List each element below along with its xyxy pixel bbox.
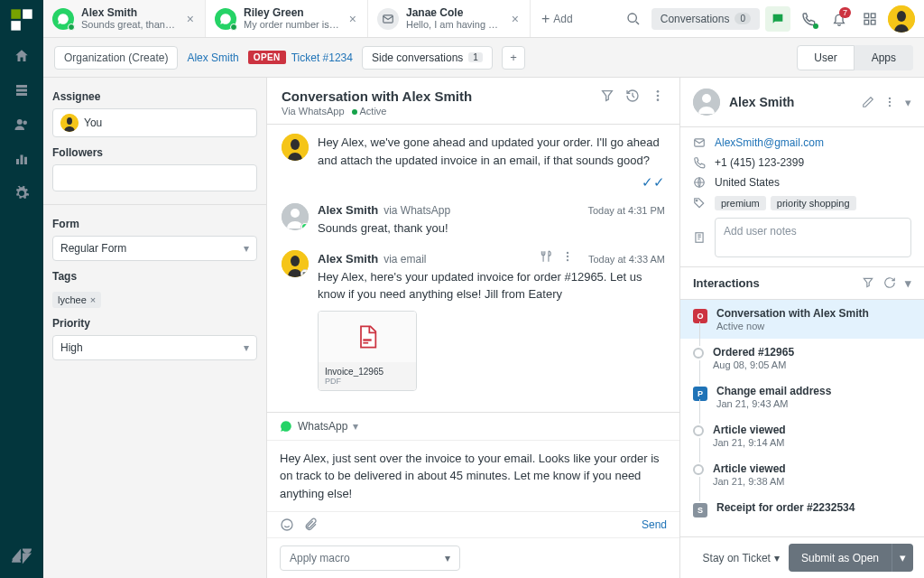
chevron-down-icon: ▾ — [353, 420, 358, 433]
edit-icon[interactable] — [862, 96, 874, 108]
interaction-title: Conversation with Alex Smith — [716, 307, 911, 320]
history-icon[interactable] — [625, 89, 640, 103]
attachment-icon[interactable] — [303, 517, 318, 532]
submit-button-group: Submit as Open ▾ — [789, 544, 913, 572]
svg-point-45 — [696, 200, 698, 201]
home-icon[interactable] — [11, 45, 32, 67]
user-tab[interactable]: User — [797, 45, 854, 70]
interaction-title: Article viewed — [713, 424, 911, 436]
context-bar: Organization (Create) Alex Smith OPEN Ti… — [43, 38, 924, 78]
add-side-conversation-button[interactable]: + — [502, 46, 525, 70]
chevron-down-icon: ▾ — [774, 552, 780, 564]
submit-button[interactable]: Submit as Open — [789, 544, 892, 572]
composer-textarea[interactable]: Hey Alex, just sent over the invoice to … — [267, 441, 679, 512]
assignee-field[interactable]: You — [52, 108, 257, 137]
send-button[interactable]: Send — [642, 518, 667, 531]
refresh-icon[interactable] — [883, 276, 896, 290]
organization-crumb[interactable]: Organization (Create) — [54, 46, 178, 70]
tab-subtitle: Hello, I am having an is... — [406, 19, 503, 31]
message-text: Hey Alex, here's your updated invoice fo… — [318, 268, 665, 303]
more-icon[interactable] — [651, 89, 665, 103]
message: Alex Smith via email Today at 4:33 AM He… — [282, 250, 665, 391]
utensils-icon[interactable] — [540, 250, 552, 263]
interaction-item[interactable]: S Receipt for order #2232534 — [680, 494, 924, 525]
svg-rect-31 — [303, 272, 308, 275]
delivered-check-icon: ✓✓ — [318, 174, 665, 191]
tab-subtitle: My order number is 19... — [244, 19, 340, 31]
customer-avatar — [282, 203, 309, 230]
tab-alex-smith[interactable]: Alex Smith Sounds great, thank you! × — [43, 0, 206, 37]
svg-point-37 — [282, 519, 292, 530]
attachment[interactable]: Invoice_12965 PDF — [318, 311, 417, 391]
right-panel-tabs: User Apps — [797, 45, 913, 70]
more-icon[interactable] — [883, 96, 896, 108]
svg-point-25 — [291, 139, 300, 150]
interaction-item[interactable]: O Conversation with Alex SmithActive now — [680, 300, 924, 339]
interaction-title: Ordered #12965 — [713, 346, 911, 359]
submit-dropdown[interactable]: ▾ — [892, 544, 913, 572]
interaction-time: Aug 08, 9:05 AM — [713, 359, 911, 370]
requester-link[interactable]: Alex Smith — [187, 51, 238, 64]
remove-tag-icon[interactable]: × — [90, 294, 96, 305]
priority-select[interactable]: High ▾ — [52, 335, 257, 360]
user-location: United States — [715, 176, 780, 189]
ticket-link[interactable]: Ticket #1234 — [291, 51, 353, 64]
filter-icon[interactable] — [862, 276, 874, 290]
composer-channel-selector[interactable]: WhatsApp ▾ — [267, 413, 679, 441]
more-icon[interactable] — [561, 250, 574, 263]
user-email[interactable]: AlexSmith@gmail.com — [715, 136, 824, 149]
apps-icon[interactable] — [857, 6, 882, 32]
admin-icon[interactable] — [11, 182, 32, 204]
search-icon[interactable] — [621, 6, 646, 32]
chevron-down-icon[interactable]: ▾ — [905, 96, 911, 109]
chevron-down-icon: ▾ — [244, 341, 249, 354]
chevron-down-icon[interactable]: ▾ — [905, 276, 911, 290]
svg-rect-2 — [11, 21, 20, 30]
user-avatar[interactable] — [888, 5, 915, 33]
status-open-chip: OPEN — [248, 51, 286, 64]
form-select[interactable]: Regular Form ▾ — [52, 236, 257, 261]
interaction-item[interactable]: Article viewedJan 21, 9:14 AM — [680, 416, 924, 455]
interaction-item[interactable]: P Change email addressJan 21, 9:43 AM — [680, 378, 924, 416]
interaction-item[interactable]: Ordered #12965Aug 08, 9:05 AM — [680, 339, 924, 378]
svg-point-28 — [302, 224, 308, 229]
attachment-name: Invoice_12965 — [325, 367, 410, 377]
composer-channel-label: WhatsApp — [298, 420, 347, 433]
apply-macro-select[interactable]: Apply macro ▾ — [280, 545, 460, 571]
phone-icon[interactable] — [796, 6, 821, 32]
close-icon[interactable]: × — [510, 12, 521, 26]
views-icon[interactable] — [11, 79, 32, 101]
emoji-icon[interactable] — [280, 517, 294, 532]
svg-rect-10 — [24, 157, 27, 164]
ticket-body: Assignee You Followers Form Regular Form… — [43, 78, 924, 578]
stay-label: Stay on Ticket — [703, 552, 771, 564]
message-via: via email — [383, 253, 426, 266]
followers-input[interactable] — [52, 164, 257, 191]
svg-point-39 — [702, 94, 711, 103]
side-conversations-button[interactable]: Side conversations 1 — [362, 46, 493, 70]
tab-janae-cole[interactable]: Janae Cole Hello, I am having an is... × — [368, 0, 531, 37]
svg-point-34 — [567, 258, 568, 260]
conversations-pill[interactable]: Conversations 0 — [651, 8, 760, 30]
reporting-icon[interactable] — [11, 148, 32, 170]
chat-icon[interactable] — [765, 6, 790, 32]
close-icon[interactable]: × — [185, 12, 196, 26]
customers-icon[interactable] — [11, 114, 32, 135]
svg-rect-1 — [23, 9, 32, 18]
globe-icon — [693, 176, 706, 189]
svg-rect-36 — [363, 341, 368, 343]
notifications-icon[interactable]: 7 — [827, 6, 852, 32]
status-marker-open: O — [693, 309, 707, 323]
interaction-item[interactable]: Article viewedJan 21, 9:38 AM — [680, 455, 924, 494]
stay-on-ticket-dropdown[interactable]: Stay on Ticket ▾ — [703, 552, 780, 564]
interaction-title: Receipt for order #2232534 — [716, 501, 911, 514]
add-tab-button[interactable]: +Add — [531, 0, 584, 37]
close-icon[interactable]: × — [347, 12, 358, 26]
apps-tab[interactable]: Apps — [855, 45, 913, 70]
user-notes-textarea[interactable]: Add user notes — [715, 218, 911, 257]
tab-title: Riley Green — [244, 6, 340, 19]
svg-point-23 — [657, 98, 660, 101]
zendesk-logo-icon — [11, 545, 32, 567]
filter-icon[interactable] — [600, 89, 614, 103]
tab-riley-green[interactable]: Riley Green My order number is 19... × — [206, 0, 368, 37]
